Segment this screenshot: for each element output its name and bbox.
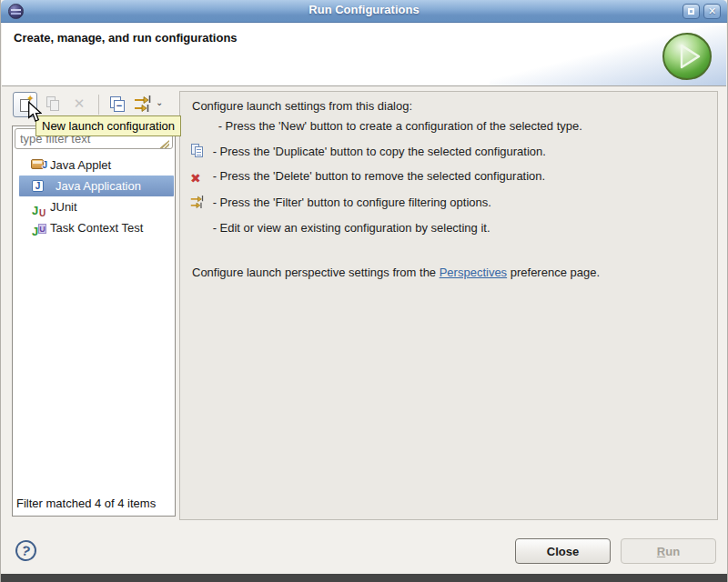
filter-button[interactable] [134,95,156,115]
filter-dropdown-chevron-icon[interactable]: ⌄ [156,97,163,107]
junit-icon: JU [31,200,46,215]
help-row-duplicate: - Press the 'Duplicate' button to copy t… [190,144,546,160]
mouse-cursor [27,101,42,123]
maximize-button[interactable] [682,4,700,19]
help-intro: Configure launch settings from this dial… [192,99,412,113]
tree-item-java-applet[interactable]: J Java Applet [14,155,174,176]
filter-match-status: Filter matched 4 of 4 items [16,497,177,510]
help-row-new: - Press the 'New' button to create a con… [190,118,582,135]
page-title: Create, manage, and run configurations [14,31,238,45]
java-application-icon: J [31,179,46,194]
maximize-icon [688,8,694,15]
task-context-test-icon: JU [31,221,46,236]
run-play-icon [662,32,713,81]
help-row-filter: - Press the 'Filter' button to configure… [190,195,491,211]
delete-button[interactable]: ✕ [70,95,88,113]
help-row-delete: ✖ - Press the 'Delete' button to remove … [190,169,545,186]
close-button[interactable]: Close [515,538,611,564]
run-button[interactable]: Run [621,538,716,564]
perspectives-link[interactable]: Perspectives [440,266,507,279]
launch-types-tree: J Java Applet J Java Application JU JUni… [14,155,174,238]
titlebar[interactable]: Run Configurations ✕ [1,0,727,23]
filter-icon [190,195,206,209]
tooltip: New launch configuration [35,115,181,136]
launch-types-panel: J Java Applet J Java Application JU JUni… [12,125,176,517]
filter-icon [134,95,154,113]
run-configurations-dialog: Run Configurations ✕ Create, manage, and… [0,0,728,582]
duplicate-button[interactable] [45,95,63,114]
help-row-edit: - Edit or view an existing configuration… [190,220,490,236]
dialog-header: Create, manage, and run configurations [2,23,726,86]
tree-item-junit[interactable]: JU JUnit [14,196,174,217]
duplicate-icon [190,144,206,158]
delete-icon: ✖ [190,171,206,186]
tree-item-java-application[interactable]: J Java Application [19,176,174,196]
window-bottom-edge [1,574,727,582]
toolbar-separator [98,95,99,115]
java-applet-icon: J [31,158,46,173]
help-button[interactable]: ? [14,538,39,564]
perspective-settings-line: Configure launch perspective settings fr… [192,266,600,279]
window-title: Run Configurations [1,3,727,16]
tree-item-task-context-test[interactable]: JU Task Context Test [14,217,174,238]
close-window-button[interactable]: ✕ [703,4,721,19]
collapse-all-button[interactable]: − [108,95,128,114]
help-panel: Configure launch settings from this dial… [179,91,718,520]
